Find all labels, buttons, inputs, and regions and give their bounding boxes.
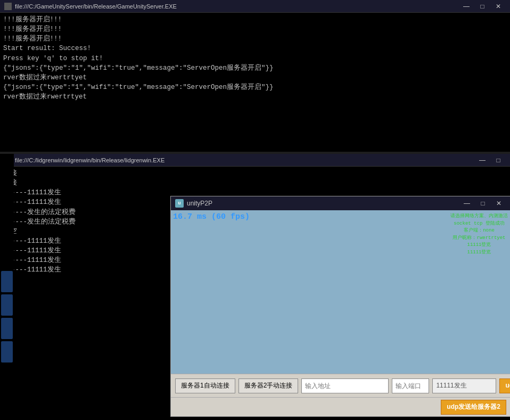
bottom-terminal-title: file:///C:/lidgrenwin/lidgrenwin/bin/Rel…	[15, 157, 475, 163]
fps-counter: 16.7 ms (60 fps)	[173, 212, 250, 221]
unity-title: unityP2P	[187, 200, 459, 207]
unity-maximize-button[interactable]: □	[475, 198, 490, 209]
terminal-line: Press key 'q' to stop it!	[3, 54, 507, 63]
info-line: 用户昵称：rwertrtyet	[450, 235, 508, 242]
terminal-line: rver数据过来rwertrtyet	[3, 73, 507, 83]
unity-close-button[interactable]: ✕	[491, 198, 506, 209]
unity-minimize-button[interactable]: —	[459, 198, 474, 209]
top-terminal: file:///C:/GameUnityServer/bin/Release/G…	[0, 0, 510, 152]
taskbar-icon-4[interactable]	[1, 341, 13, 363]
connect1-button[interactable]: 服务器1自动连接	[175, 378, 235, 393]
unity-window: u unityP2P — □ ✕ 16.7 ms (60 fps) 请选择网络方…	[170, 196, 510, 417]
top-terminal-title: file:///C:/GameUnityServer/bin/Release/G…	[15, 3, 459, 10]
info-line: socket tcp 登陆成功	[450, 220, 508, 228]
info-line: 客户端：none	[450, 227, 508, 235]
terminal-icon	[4, 3, 12, 10]
address-input[interactable]	[301, 378, 389, 393]
connect2-button[interactable]: 服务器2手动连接	[238, 378, 299, 393]
terminal-line: !!!服务器开启!!!	[3, 24, 507, 34]
terminal-line: {"jsons":{"type":"1","wifi":"true","mess…	[3, 63, 507, 73]
unity-icon: u	[175, 199, 184, 208]
unity-toolbar2: udp发送给服务器2	[171, 397, 510, 416]
top-terminal-controls: — □ ✕	[459, 1, 506, 12]
terminal-line: !!!服务器开启!!!	[3, 34, 507, 44]
unity-toolbar: 服务器1自动连接 服务器2手动连接 udp发送给服务器 1	[171, 374, 510, 397]
bottom-terminal-controls: — □	[475, 155, 506, 166]
port-input[interactable]	[392, 378, 429, 393]
info-line: 11111登览	[450, 242, 508, 249]
unity-info-panel: 请选择网络方案、内测激活 socket tcp 登陆成功 客户端：none 用户…	[450, 213, 508, 256]
taskbar-left	[0, 154, 14, 420]
unity-titlebar: u unityP2P — □ ✕	[171, 196, 510, 210]
unity-viewport: 16.7 ms (60 fps) 请选择网络方案、内测激活 socket tcp…	[171, 210, 510, 374]
bottom-terminal-titlebar: file:///C:/lidgrenwin/lidgrenwin/bin/Rel…	[0, 154, 510, 167]
terminal-line: {"jsons":{"type":"1","wifi":"true","mess…	[3, 83, 507, 92]
terminal-line: 连接	[3, 178, 507, 188]
terminal-line: 连接	[3, 169, 507, 178]
terminal-line: !!!服务器开启!!!	[3, 15, 507, 24]
message-input[interactable]	[432, 378, 496, 393]
taskbar-icon-3[interactable]	[1, 318, 13, 339]
taskbar-icon-1[interactable]	[1, 271, 13, 292]
terminal-line: Start result: Success!	[3, 44, 507, 53]
terminal-line: rver数据过来rwertrtyet	[3, 92, 507, 102]
top-minimize-button[interactable]: —	[459, 1, 474, 12]
info-line: 请选择网络方案、内测激活	[450, 213, 508, 220]
top-terminal-body: !!!服务器开启!!! !!!服务器开启!!! !!!服务器开启!!! Star…	[0, 13, 510, 152]
bottom-minimize-button[interactable]: —	[475, 155, 490, 166]
unity-controls: — □ ✕	[459, 198, 506, 209]
bottom-maximize-button[interactable]: □	[491, 155, 506, 166]
top-maximize-button[interactable]: □	[475, 1, 490, 12]
top-terminal-titlebar: file:///C:/GameUnityServer/bin/Release/G…	[0, 0, 510, 13]
udp-send1-button[interactable]: udp发送给服务器 1	[499, 378, 510, 393]
udp-send2-button[interactable]: udp发送给服务器2	[441, 400, 506, 415]
taskbar-icon-2[interactable]	[1, 294, 13, 316]
top-close-button[interactable]: ✕	[491, 1, 506, 12]
info-line: 11111登览	[450, 249, 508, 257]
